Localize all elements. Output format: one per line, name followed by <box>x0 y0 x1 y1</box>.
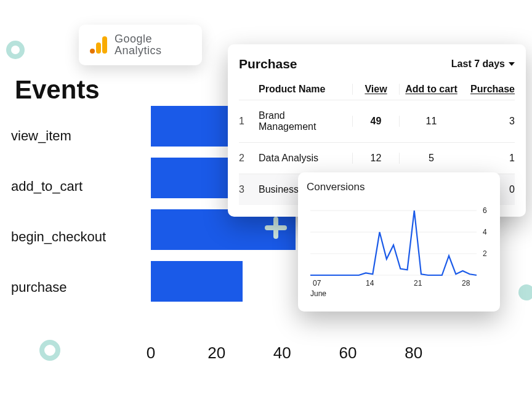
x-tick: 60 <box>339 344 357 363</box>
deco-dot-right <box>518 284 532 300</box>
row-index: 3 <box>239 184 254 195</box>
x-tick: 20 <box>208 344 225 363</box>
svg-text:4: 4 <box>483 228 487 236</box>
row-index: 2 <box>239 153 254 164</box>
google-analytics-logo-icon <box>89 35 108 55</box>
table-row[interactable]: 1 Brand Management 49 11 3 <box>239 100 515 143</box>
table-row[interactable]: 2 Data Analysis 12 5 1 <box>239 143 515 174</box>
svg-text:2: 2 <box>483 249 487 258</box>
ga-line2: Analytics <box>115 45 162 57</box>
svg-text:21: 21 <box>414 279 422 287</box>
date-range-label: Last 7 days <box>451 58 505 70</box>
col-view[interactable]: View <box>352 84 394 95</box>
events-heading: Events <box>15 75 100 105</box>
deco-ring-top-left <box>6 41 25 59</box>
cell-add: 5 <box>399 153 458 164</box>
product-name: Data Analysis <box>259 153 347 164</box>
conversions-title: Conversions <box>307 181 491 193</box>
x-tick: 0 <box>147 344 155 363</box>
deco-ring-bottom-left <box>39 340 60 361</box>
conversions-card: Conversions 6 4 2 07 14 21 28 June <box>298 172 500 312</box>
chevron-down-icon <box>509 62 515 66</box>
svg-rect-0 <box>102 36 107 54</box>
col-add-to-cart[interactable]: Add to cart <box>399 84 458 95</box>
col-purchase[interactable]: Purchase <box>463 84 515 95</box>
cell-purchase: 1 <box>463 153 515 164</box>
cell-add: 11 <box>399 116 458 127</box>
plus-icon <box>265 217 287 239</box>
product-name: Brand Management <box>259 110 347 132</box>
svg-text:28: 28 <box>462 279 470 287</box>
google-analytics-label: Google Analytics <box>115 33 162 57</box>
event-label: add_to_cart <box>11 179 106 195</box>
cell-view: 49 <box>352 116 394 127</box>
google-analytics-badge: Google Analytics <box>79 25 202 65</box>
x-tick: 80 <box>405 344 422 363</box>
date-range-selector[interactable]: Last 7 days <box>451 58 515 70</box>
ga-line1: Google <box>115 33 152 45</box>
cell-purchase: 3 <box>463 116 515 127</box>
events-x-axis: 0 20 40 60 80 <box>139 344 483 380</box>
bar <box>151 261 243 302</box>
row-index: 1 <box>239 116 254 127</box>
conversions-line-chart: 6 4 2 07 14 21 28 <box>307 198 491 291</box>
col-product: Product Name <box>259 84 347 95</box>
cell-view: 12 <box>352 153 394 164</box>
event-labels: view_item add_to_cart begin_checkout pur… <box>11 128 106 296</box>
svg-text:14: 14 <box>366 279 374 287</box>
x-tick: 40 <box>273 344 291 363</box>
svg-text:6: 6 <box>483 206 487 215</box>
svg-rect-1 <box>96 42 101 54</box>
event-label: begin_checkout <box>11 229 106 245</box>
purchase-title: Purchase <box>239 57 297 71</box>
conversions-x-month: June <box>310 289 491 298</box>
event-label: view_item <box>11 128 106 144</box>
purchase-table-header: Product Name View Add to cart Purchase <box>239 79 515 100</box>
event-label: purchase <box>11 279 106 296</box>
svg-point-2 <box>90 49 95 54</box>
svg-text:07: 07 <box>313 279 321 287</box>
